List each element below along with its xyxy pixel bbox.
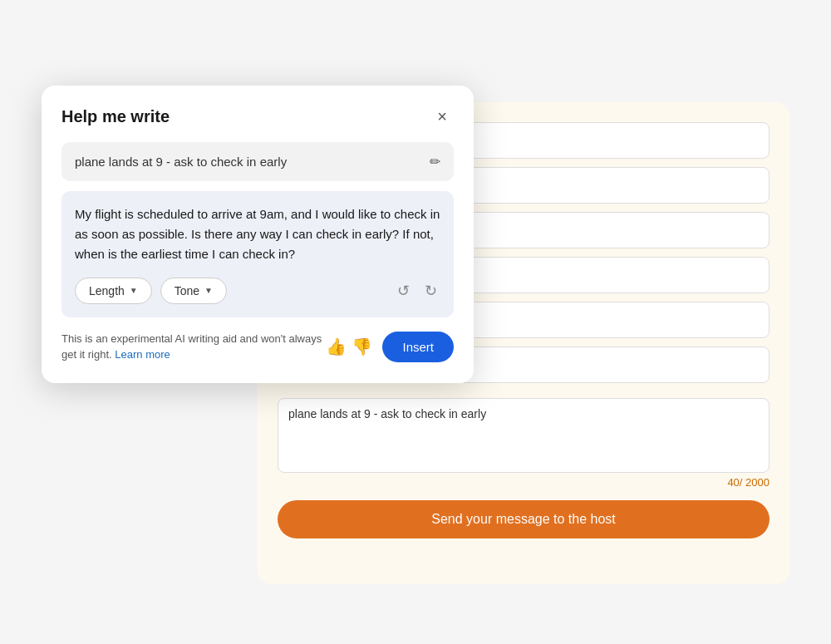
thumb-buttons: 👍 👎	[326, 337, 372, 356]
undo-button[interactable]: ↺	[394, 278, 413, 303]
thumbs-down-button[interactable]: 👎	[352, 337, 372, 356]
help-me-write-modal: Help me write × plane lands at 9 - ask t…	[42, 86, 474, 383]
prompt-box: plane lands at 9 - ask to check in early…	[61, 142, 454, 181]
length-chevron-icon: ▼	[130, 286, 138, 295]
undo-icon: ↺	[397, 283, 410, 299]
disclaimer-text: This is an experimental AI writing aid a…	[61, 331, 326, 363]
prompt-text: plane lands at 9 - ask to check in early	[75, 155, 423, 169]
modal-footer: This is an experimental AI writing aid a…	[61, 331, 454, 363]
tone-chevron-icon: ▼	[204, 286, 213, 295]
length-label: Length	[89, 284, 125, 297]
footer-actions: 👍 👎 Insert	[326, 332, 454, 362]
generated-box: My flight is scheduled to arrive at 9am,…	[61, 191, 454, 317]
modal-title: Help me write	[61, 107, 170, 126]
redo-icon: ↻	[425, 283, 437, 299]
edit-icon[interactable]: ✏	[430, 154, 440, 170]
textarea-value: plane lands at 9 - ask to check in early	[288, 407, 486, 420]
length-dropdown[interactable]: Length ▼	[75, 278, 152, 304]
modal-header: Help me write ×	[61, 106, 454, 129]
disclaimer-body: This is an experimental AI writing aid a…	[61, 332, 322, 361]
generated-text: My flight is scheduled to arrive at 9am,…	[75, 204, 440, 264]
redo-button[interactable]: ↻	[421, 278, 440, 303]
insert-button[interactable]: Insert	[382, 332, 454, 362]
close-button[interactable]: ×	[430, 106, 454, 129]
tone-dropdown[interactable]: Tone ▼	[160, 278, 227, 304]
tone-label: Tone	[175, 284, 199, 297]
controls-row: Length ▼ Tone ▼ ↺ ↻	[75, 278, 440, 304]
send-button[interactable]: Send your message to the host	[278, 500, 770, 538]
thumbs-up-button[interactable]: 👍	[326, 337, 347, 356]
learn-more-link[interactable]: Learn more	[115, 348, 170, 361]
message-textarea[interactable]: plane lands at 9 - ask to check in early	[278, 398, 770, 473]
char-count: 40/ 2000	[278, 476, 770, 489]
